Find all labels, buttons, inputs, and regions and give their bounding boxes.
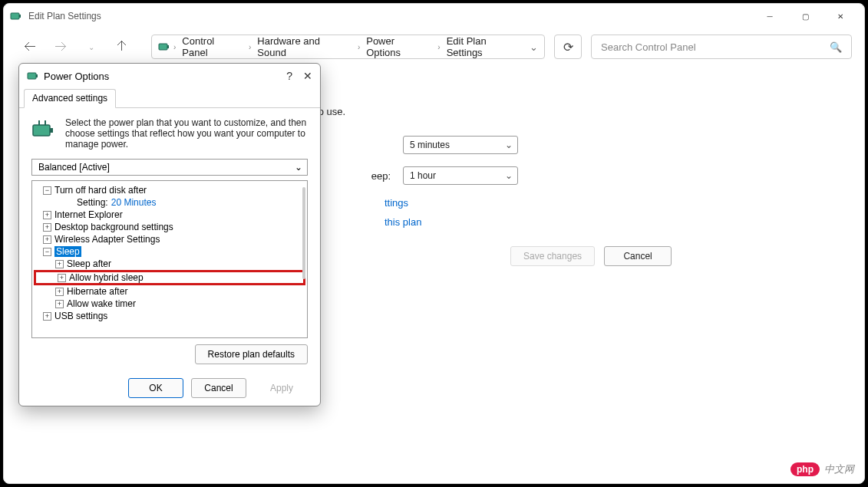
collapse-icon[interactable]: − xyxy=(43,186,51,195)
expand-icon[interactable]: + xyxy=(43,312,51,321)
tree-item-sleep-after[interactable]: +Sleep after xyxy=(34,258,305,270)
info-row: Select the power plan that you want to c… xyxy=(31,117,308,150)
expand-icon[interactable]: + xyxy=(43,223,51,232)
tree-item-ie[interactable]: +Internet Explorer xyxy=(34,209,305,221)
breadcrumb-bar[interactable]: › Control Panel › Hardware and Sound › P… xyxy=(151,35,545,59)
settings-tree[interactable]: −Turn off hard disk after Setting:20 Min… xyxy=(31,180,308,338)
expand-icon[interactable]: + xyxy=(43,211,51,219)
display-off-select[interactable]: 5 minutes xyxy=(403,136,518,154)
close-button[interactable]: ✕ xyxy=(823,4,858,28)
breadcrumb-item[interactable]: Hardware and Sound xyxy=(254,34,355,60)
dialog-footer: OK Cancel Apply xyxy=(19,370,320,406)
chevron-down-icon[interactable]: ⌄ xyxy=(530,41,538,53)
chevron-right-icon: › xyxy=(356,43,361,51)
search-placeholder: Search Control Panel xyxy=(601,41,696,53)
svg-rect-2 xyxy=(159,44,167,50)
refresh-button[interactable]: ⟳ xyxy=(554,35,582,59)
up-button[interactable]: 🡡 xyxy=(108,33,136,61)
titlebar: Edit Plan Settings ─ ▢ ✕ xyxy=(4,4,864,28)
dialog-title: Power Options xyxy=(44,71,109,82)
tree-item-hibernate-after[interactable]: +Hibernate after xyxy=(34,285,305,298)
back-button[interactable]: 🡠 xyxy=(16,33,44,61)
tree-item-hard-disk[interactable]: −Turn off hard disk after xyxy=(34,184,305,196)
cancel-button[interactable]: Cancel xyxy=(604,246,672,266)
chevron-right-icon: › xyxy=(436,43,441,51)
breadcrumb-item[interactable]: Power Options xyxy=(363,34,434,60)
svg-rect-3 xyxy=(167,45,169,48)
advanced-settings-link[interactable]: ttings xyxy=(384,197,846,209)
dialog-close-button[interactable]: ✕ xyxy=(303,70,312,82)
watermark-badge: php xyxy=(790,462,820,476)
power-icon xyxy=(158,41,170,53)
scrollbar[interactable] xyxy=(302,187,305,279)
recent-dropdown[interactable]: ⌄ xyxy=(78,33,105,61)
dialog-titlebar: Power Options ? ✕ xyxy=(19,64,320,88)
save-changes-button[interactable]: Save changes xyxy=(510,246,595,266)
search-icon: 🔍 xyxy=(830,41,842,53)
tree-item-hd-setting[interactable]: Setting:20 Minutes xyxy=(34,196,305,209)
power-icon xyxy=(27,70,39,82)
sleep-select[interactable]: 1 hour xyxy=(403,166,518,185)
expand-icon[interactable]: + xyxy=(55,288,64,296)
tree-item-allow-hybrid-sleep[interactable]: +Allow hybrid sleep xyxy=(34,270,305,285)
tree-item-wireless[interactable]: +Wireless Adapter Settings xyxy=(34,233,305,245)
expand-icon[interactable]: + xyxy=(55,300,64,308)
restore-defaults-link[interactable]: this plan xyxy=(384,216,846,228)
chevron-right-icon: › xyxy=(172,43,177,51)
expand-icon[interactable]: + xyxy=(55,260,64,268)
apply-button[interactable]: Apply xyxy=(254,378,309,398)
ok-button[interactable]: OK xyxy=(128,378,183,398)
help-button[interactable]: ? xyxy=(286,70,292,82)
svg-rect-0 xyxy=(11,13,19,19)
search-input[interactable]: Search Control Panel 🔍 xyxy=(591,35,852,59)
power-large-icon xyxy=(31,117,56,150)
expand-icon[interactable]: + xyxy=(58,274,66,282)
window-title: Edit Plan Settings xyxy=(28,11,101,21)
toolbar: 🡠 🡢 ⌄ 🡡 › Control Panel › Hardware and S… xyxy=(4,28,864,65)
tab-row: Advanced settings xyxy=(19,88,320,108)
chevron-right-icon: › xyxy=(247,43,252,51)
breadcrumb-item[interactable]: Edit Plan Settings xyxy=(444,34,528,60)
tree-item-sleep[interactable]: −Sleep xyxy=(34,245,305,258)
svg-rect-7 xyxy=(50,128,53,133)
svg-rect-1 xyxy=(19,15,21,18)
restore-plan-defaults-button[interactable]: Restore plan defaults xyxy=(195,344,308,364)
maximize-button[interactable]: ▢ xyxy=(787,4,823,28)
tree-item-desktop-bg[interactable]: +Desktop background settings xyxy=(34,221,305,233)
info-text: Select the power plan that you want to c… xyxy=(65,117,308,150)
watermark-text: 中文网 xyxy=(824,462,854,476)
forward-button[interactable]: 🡢 xyxy=(47,33,74,61)
tree-item-allow-wake-timer[interactable]: +Allow wake timer xyxy=(34,298,305,310)
watermark: php 中文网 xyxy=(790,462,854,476)
svg-rect-6 xyxy=(33,125,50,136)
plan-select[interactable]: Balanced [Active] xyxy=(31,159,308,176)
tab-advanced-settings[interactable]: Advanced settings xyxy=(24,89,116,108)
expand-icon[interactable]: + xyxy=(43,235,51,244)
collapse-icon[interactable]: − xyxy=(43,248,51,256)
minimize-button[interactable]: ─ xyxy=(752,4,787,28)
breadcrumb-item[interactable]: Control Panel xyxy=(179,34,246,60)
power-icon xyxy=(10,10,22,22)
tree-item-usb[interactable]: +USB settings xyxy=(34,310,305,322)
svg-rect-5 xyxy=(36,74,38,77)
svg-rect-4 xyxy=(28,73,36,79)
dialog-cancel-button[interactable]: Cancel xyxy=(191,378,246,398)
power-options-dialog: Power Options ? ✕ Advanced settings Sele… xyxy=(18,63,321,406)
